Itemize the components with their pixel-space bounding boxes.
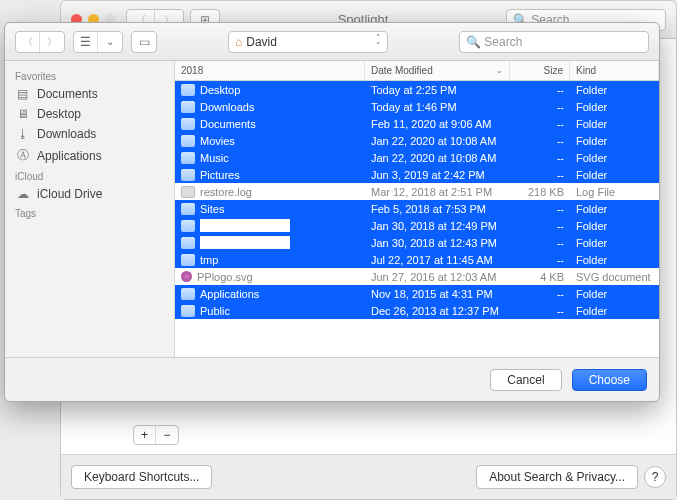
folder-icon [181,203,195,215]
document-icon: ▤ [17,87,31,101]
cell-date: Mar 12, 2018 at 2:51 PM [365,186,510,198]
table-row[interactable]: PPlogo.svgJun 27, 2016 at 12:03 AM4 KBSV… [175,268,659,285]
folder-icon [181,135,195,147]
sidebar-item-icloud-drive[interactable]: ☁ iCloud Drive [5,184,174,204]
table-row[interactable]: MoviesJan 22, 2020 at 10:08 AM--Folder [175,132,659,149]
privacy-list-controls: + − [131,425,179,445]
column-date-label: Date Modified [371,65,433,76]
table-row[interactable]: ApplicationsNov 18, 2015 at 4:31 PM--Fol… [175,285,659,302]
table-row[interactable]: tmpJul 22, 2017 at 11:45 AM--Folder [175,251,659,268]
table-row[interactable]: PublicDec 26, 2013 at 12:37 PM--Folder [175,302,659,319]
cell-kind: Folder [570,152,659,164]
cell-size: -- [510,254,570,266]
cell-name: Movies [175,135,365,147]
cell-name: tmp [175,254,365,266]
cell-date: Today at 1:46 PM [365,101,510,113]
table-row[interactable]: SitesFeb 5, 2018 at 7:53 PM--Folder [175,200,659,217]
sheet-search-field[interactable]: 🔍 Search [459,31,649,53]
file-name: Desktop [200,84,240,96]
redacted-name [200,236,290,249]
list-body[interactable]: DesktopToday at 2:25 PM--FolderDownloads… [175,81,659,357]
cell-date: Jul 22, 2017 at 11:45 AM [365,254,510,266]
group-by-button[interactable]: ▭ [131,31,157,53]
sidebar-item-applications[interactable]: ⒶApplications [5,144,174,167]
cell-size: 218 KB [510,186,570,198]
help-button[interactable]: ? [644,466,666,488]
cell-date: Jan 22, 2020 at 10:08 AM [365,135,510,147]
cell-name: PPlogo.svg [175,271,365,283]
sidebar-item-label: Documents [37,87,98,101]
file-name: Downloads [200,101,254,113]
keyboard-shortcuts-button[interactable]: Keyboard Shortcuts... [71,465,212,489]
cell-kind: Folder [570,135,659,147]
cell-date: Jan 22, 2020 at 10:08 AM [365,152,510,164]
folder-icon [181,254,195,266]
cell-name: Public [175,305,365,317]
cell-kind: Folder [570,305,659,317]
cell-date: Feb 5, 2018 at 7:53 PM [365,203,510,215]
sidebar-tags-head: Tags [5,204,174,221]
cell-date: Dec 26, 2013 at 12:37 PM [365,305,510,317]
sheet-view-group[interactable]: ☰ ⌄ [73,31,123,53]
table-row[interactable]: restore.logMar 12, 2018 at 2:51 PM218 KB… [175,183,659,200]
file-name: Public [200,305,230,317]
cell-kind: Folder [570,84,659,96]
cell-name: Applications [175,288,365,300]
table-row[interactable]: Jan 30, 2018 at 12:49 PM--Folder [175,217,659,234]
bg-bottom-bar: Keyboard Shortcuts... About Search & Pri… [61,454,676,499]
add-button[interactable]: + [134,426,156,444]
sheet-nav-group[interactable]: 〈 〉 [15,31,65,53]
add-remove-buttons[interactable]: + − [133,425,179,445]
column-name[interactable]: 2018 [175,61,365,80]
folder-icon [181,237,195,249]
cell-name [175,236,365,249]
cell-name: restore.log [175,186,365,198]
column-kind[interactable]: Kind [570,61,659,80]
cell-size: -- [510,305,570,317]
file-chooser-sheet: 〈 〉 ☰ ⌄ ▭ ⌂ David ˄˅ 🔍 Search Favorites … [4,22,660,402]
cell-name: Music [175,152,365,164]
back-button[interactable]: 〈 [16,32,40,52]
cell-kind: Folder [570,169,659,181]
view-dropdown-button[interactable]: ⌄ [98,32,122,52]
cell-date: Feb 11, 2020 at 9:06 AM [365,118,510,130]
table-row[interactable]: PicturesJun 3, 2019 at 2:42 PM--Folder [175,166,659,183]
list-view-button[interactable]: ☰ [74,32,98,52]
sidebar-item-documents[interactable]: ▤Documents [5,84,174,104]
list-header[interactable]: 2018 Date Modified ⌄ Size Kind [175,61,659,81]
cell-date: Today at 2:25 PM [365,84,510,96]
cell-name [175,219,365,232]
cancel-button[interactable]: Cancel [490,369,561,391]
sidebar-item-downloads[interactable]: ⭳Downloads [5,124,174,144]
column-date[interactable]: Date Modified ⌄ [365,61,510,80]
cell-kind: Log File [570,186,659,198]
remove-button[interactable]: − [156,426,178,444]
table-row[interactable]: DocumentsFeb 11, 2020 at 9:06 AM--Folder [175,115,659,132]
forward-button[interactable]: 〉 [40,32,64,52]
table-row[interactable]: DownloadsToday at 1:46 PM--Folder [175,98,659,115]
cell-size: 4 KB [510,271,570,283]
path-popup[interactable]: ⌂ David ˄˅ [228,31,388,53]
folder-group-icon[interactable]: ▭ [132,32,156,52]
file-name: Sites [200,203,224,215]
sidebar-icloud-head: iCloud [5,167,174,184]
cell-date: Jan 30, 2018 at 12:43 PM [365,237,510,249]
table-row[interactable]: DesktopToday at 2:25 PM--Folder [175,81,659,98]
sidebar-item-desktop[interactable]: 🖥Desktop [5,104,174,124]
folder-icon [181,101,195,113]
choose-button[interactable]: Choose [572,369,647,391]
cell-name: Downloads [175,101,365,113]
table-row[interactable]: Jan 30, 2018 at 12:43 PM--Folder [175,234,659,251]
cell-size: -- [510,203,570,215]
sheet-toolbar: 〈 〉 ☰ ⌄ ▭ ⌂ David ˄˅ 🔍 Search [5,23,659,61]
search-icon: 🔍 [466,35,481,49]
about-search-privacy-button[interactable]: About Search & Privacy... [476,465,638,489]
file-name: Pictures [200,169,240,181]
folder-icon [181,305,195,317]
path-label: David [246,35,277,49]
column-size[interactable]: Size [510,61,570,80]
cell-kind: SVG document [570,271,659,283]
cloud-icon: ☁ [17,187,31,201]
applications-icon: Ⓐ [17,147,31,164]
table-row[interactable]: MusicJan 22, 2020 at 10:08 AM--Folder [175,149,659,166]
